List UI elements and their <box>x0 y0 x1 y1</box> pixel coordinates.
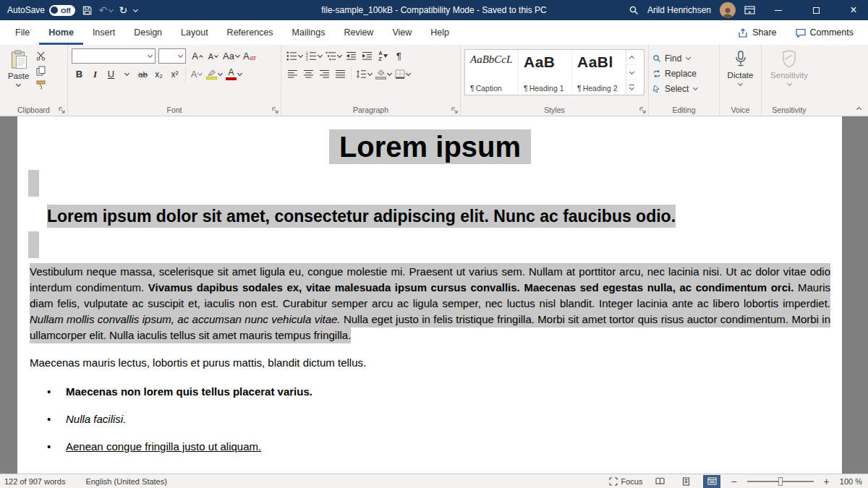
zoom-slider[interactable] <box>747 481 814 482</box>
minimize-button[interactable] <box>764 0 793 20</box>
justify-button[interactable] <box>333 67 348 82</box>
font-name-select[interactable] <box>72 48 156 64</box>
save-button[interactable] <box>82 1 93 19</box>
word-count[interactable]: 122 of 907 words <box>4 477 65 486</box>
find-button[interactable]: Find <box>652 51 715 65</box>
style-heading-2[interactable]: AaBl ¶Heading 2 <box>572 50 626 95</box>
multilevel-list-button[interactable] <box>324 48 343 64</box>
comments-button[interactable]: Comments <box>796 27 854 38</box>
cut-button[interactable] <box>33 49 48 63</box>
ribbon-display-options-button[interactable] <box>744 1 755 19</box>
align-left-button[interactable] <box>285 67 300 82</box>
gallery-scroll-down-button[interactable] <box>626 65 637 80</box>
find-label: Find <box>665 53 681 64</box>
copy-button[interactable] <box>33 64 48 77</box>
tab-file[interactable]: File <box>6 20 39 45</box>
clipboard-dialog-launcher[interactable] <box>59 107 65 114</box>
format-painter-button[interactable] <box>33 78 48 92</box>
increase-indent-button[interactable] <box>359 48 375 64</box>
show-paragraph-marks-button[interactable]: ¶ <box>391 48 407 64</box>
style-heading-1[interactable]: AaB ¶Heading 1 <box>519 50 572 95</box>
numbering-button[interactable]: 123 <box>305 48 323 64</box>
share-button[interactable]: Share <box>738 27 776 38</box>
superscript-button[interactable]: x² <box>167 67 182 82</box>
tab-design[interactable]: Design <box>124 20 171 45</box>
user-name[interactable]: Arild Henrichsen <box>647 5 711 15</box>
tab-view[interactable]: View <box>383 20 421 45</box>
redo-button[interactable]: ↻ <box>119 1 128 19</box>
zoom-out-button[interactable]: − <box>729 476 738 487</box>
read-mode-button[interactable] <box>651 475 668 488</box>
replace-button[interactable]: Replace <box>652 67 715 80</box>
dictate-button[interactable]: Dictate <box>723 47 757 89</box>
tab-layout[interactable]: Layout <box>171 20 218 45</box>
search-button[interactable] <box>629 1 639 19</box>
tab-insert[interactable]: Insert <box>83 20 124 45</box>
maximize-button[interactable] <box>801 0 830 20</box>
clear-formatting-button[interactable]: A <box>242 48 257 64</box>
bold-button[interactable]: B <box>72 67 87 82</box>
chevron-down-icon <box>237 71 242 76</box>
web-layout-button[interactable] <box>703 475 720 488</box>
list-item: • Aenean congue fringilla justo ut aliqu… <box>47 439 830 455</box>
paste-button[interactable]: Paste <box>4 47 33 92</box>
grow-font-button[interactable]: A <box>190 48 205 64</box>
chevron-down-icon <box>133 7 138 12</box>
chevron-down-icon <box>178 53 183 58</box>
align-right-button[interactable] <box>317 67 332 82</box>
zoom-slider-thumb[interactable] <box>778 477 783 486</box>
print-layout-button[interactable] <box>677 475 694 488</box>
zoom-in-button[interactable]: + <box>822 476 831 487</box>
text-effects-button[interactable]: A <box>189 67 204 82</box>
shading-button[interactable] <box>374 67 393 82</box>
justify-icon <box>335 69 346 79</box>
sort-button[interactable]: AZ <box>375 48 391 64</box>
selected-empty-paragraph <box>28 231 39 258</box>
collapse-ribbon-button[interactable] <box>857 103 861 113</box>
title-bar: AutoSave Off ↶ ↻ file-sample_100kB - Com… <box>0 0 868 20</box>
gallery-more-button[interactable] <box>626 80 637 95</box>
bullets-button[interactable] <box>285 48 304 64</box>
tab-home[interactable]: Home <box>39 20 83 45</box>
paragraph-dialog-launcher[interactable] <box>451 107 458 114</box>
tab-help[interactable]: Help <box>421 20 459 45</box>
customize-qat-button[interactable] <box>134 1 137 19</box>
sensitivity-icon <box>780 50 798 69</box>
autosave-control: AutoSave Off <box>7 5 75 16</box>
tab-references[interactable]: References <box>218 20 283 45</box>
chevron-down-icon <box>629 69 634 74</box>
highlight-button[interactable] <box>205 67 224 82</box>
focus-button[interactable]: Focus <box>609 477 642 486</box>
change-case-button[interactable]: Aa <box>221 48 241 64</box>
undo-button[interactable]: ↶ <box>99 1 113 19</box>
italic-button[interactable]: I <box>88 67 103 82</box>
autosave-toggle[interactable]: Off <box>49 5 75 16</box>
strikethrough-button[interactable]: ab <box>135 67 150 82</box>
align-center-button[interactable] <box>301 67 316 82</box>
subscript-button[interactable]: x₂ <box>151 67 166 82</box>
borders-button[interactable] <box>393 67 412 82</box>
decrease-indent-button[interactable] <box>344 48 359 64</box>
tab-review[interactable]: Review <box>334 20 383 45</box>
style-caption[interactable]: AaBbCcL ¶Caption <box>465 50 519 95</box>
list-item-text: Nulla facilisi. <box>66 411 126 427</box>
gallery-scroll-up-button[interactable] <box>626 50 637 65</box>
avatar[interactable] <box>720 2 736 18</box>
tab-mailings[interactable]: Mailings <box>283 20 335 45</box>
font-dialog-launcher[interactable] <box>272 107 278 114</box>
document-page[interactable]: Lorem ipsum Lorem ipsum dolor sit amet, … <box>17 116 842 474</box>
sensitivity-button[interactable]: Sensitivity <box>765 47 813 89</box>
shrink-font-button[interactable]: A <box>205 48 221 64</box>
autosave-state: Off <box>61 7 71 14</box>
styles-dialog-launcher[interactable] <box>639 107 646 114</box>
close-button[interactable]: × <box>839 0 868 20</box>
underline-dropdown[interactable] <box>119 67 135 82</box>
font-color-button[interactable]: A <box>224 67 243 82</box>
line-spacing-button[interactable] <box>354 67 373 82</box>
font-size-select[interactable] <box>158 48 186 64</box>
zoom-level[interactable]: 100 % <box>840 477 862 486</box>
select-button[interactable]: Select <box>652 82 715 95</box>
paragraph: Vestibulum neque massa, scelerisque sit … <box>30 264 830 343</box>
underline-button[interactable]: U <box>103 67 119 82</box>
language-indicator[interactable]: English (United States) <box>85 477 167 486</box>
